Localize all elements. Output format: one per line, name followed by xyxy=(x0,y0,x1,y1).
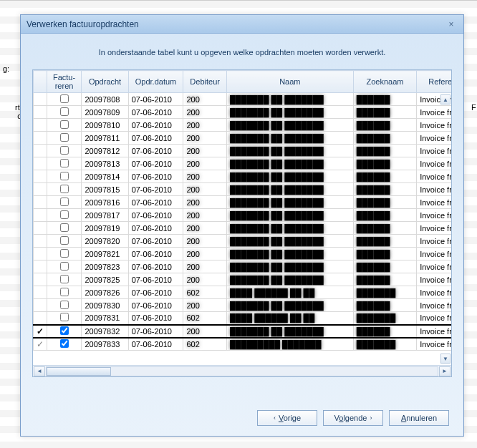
row-mark[interactable] xyxy=(34,260,47,273)
factureren-checkbox[interactable] xyxy=(60,288,69,296)
col-opdracht[interactable]: Opdracht xyxy=(82,71,128,93)
table-row[interactable]: 2009781607-06-2010200███████ ██ ████████… xyxy=(34,196,452,209)
scroll-left-icon[interactable]: ◄ xyxy=(34,366,45,376)
factureren-cell[interactable] xyxy=(47,299,82,312)
row-mark[interactable] xyxy=(34,248,47,260)
table-row[interactable]: 2009782107-06-2010200███████ ██ ████████… xyxy=(34,248,452,260)
factureren-cell[interactable] xyxy=(47,209,82,222)
row-mark[interactable] xyxy=(34,145,47,157)
horizontal-scrollbar[interactable]: ◄ ► xyxy=(33,365,451,376)
factureren-cell[interactable] xyxy=(47,286,82,299)
factureren-checkbox[interactable] xyxy=(60,159,69,167)
row-mark[interactable] xyxy=(34,312,47,325)
col-mark[interactable] xyxy=(34,71,47,93)
row-mark[interactable] xyxy=(34,235,47,248)
factureren-checkbox[interactable] xyxy=(60,120,69,129)
table-row[interactable]: 2009782607-06-2010602████ ██████ ██ ████… xyxy=(34,286,452,299)
row-mark[interactable] xyxy=(34,209,47,222)
factureren-checkbox[interactable] xyxy=(60,223,69,232)
factureren-checkbox[interactable] xyxy=(60,107,69,116)
factureren-checkbox[interactable] xyxy=(60,210,69,219)
factureren-checkbox[interactable] xyxy=(60,236,69,245)
table-row[interactable]: 2009780807-06-2010200███████ ██ ████████… xyxy=(34,93,452,106)
factureren-cell[interactable] xyxy=(47,157,82,170)
factureren-cell[interactable] xyxy=(47,93,82,106)
table-row[interactable]: 2009783307-06-2010602█████████ █████████… xyxy=(34,338,452,351)
row-mark[interactable] xyxy=(34,338,47,351)
factureren-checkbox[interactable] xyxy=(60,326,69,335)
table-row[interactable]: 2009781307-06-2010200███████ ██ ████████… xyxy=(34,157,452,170)
table-row[interactable]: 2009781707-06-2010200███████ ██ ████████… xyxy=(34,209,452,222)
factureren-cell[interactable] xyxy=(47,260,82,273)
factureren-cell[interactable] xyxy=(47,248,82,260)
scroll-right-icon[interactable]: ► xyxy=(439,366,450,376)
table-row[interactable]: 2009780907-06-2010200███████ ██ ████████… xyxy=(34,106,452,119)
factureren-checkbox[interactable] xyxy=(60,172,69,180)
row-mark[interactable] xyxy=(34,106,47,119)
cancel-button[interactable]: Annuleren xyxy=(389,410,449,426)
factureren-checkbox[interactable] xyxy=(60,313,69,321)
col-debiteur[interactable]: Debiteur xyxy=(183,71,227,93)
factureren-cell[interactable] xyxy=(47,196,82,209)
table-row[interactable]: 2009783007-06-2010200███████ ██ ████████… xyxy=(34,299,452,312)
factureren-checkbox[interactable] xyxy=(60,198,69,206)
col-factureren[interactable]: Factu- reren xyxy=(47,71,82,93)
factureren-checkbox[interactable] xyxy=(60,185,69,193)
factureren-checkbox[interactable] xyxy=(60,146,69,155)
row-mark[interactable] xyxy=(34,222,47,235)
row-mark[interactable] xyxy=(34,299,47,312)
vertical-scrollbar[interactable]: ▲ ▼ xyxy=(440,94,450,364)
row-mark[interactable] xyxy=(34,286,47,299)
row-mark[interactable] xyxy=(34,93,47,106)
factureren-cell[interactable] xyxy=(47,222,82,235)
scroll-down-icon[interactable]: ▼ xyxy=(440,354,450,364)
factureren-cell[interactable] xyxy=(47,119,82,132)
prev-button[interactable]: ‹ Vorige xyxy=(257,410,317,426)
col-referentie[interactable]: Referentie xyxy=(417,71,451,93)
col-zoeknaam[interactable]: Zoeknaam xyxy=(353,71,416,93)
titlebar[interactable]: Verwerken factuuropdrachten × xyxy=(21,15,463,34)
scroll-track[interactable] xyxy=(46,366,438,376)
factureren-cell[interactable] xyxy=(47,273,82,286)
table-row[interactable]: 2009782307-06-2010200███████ ██ ████████… xyxy=(34,260,452,273)
scroll-up-icon[interactable]: ▲ xyxy=(440,94,450,104)
next-button[interactable]: Volgende › xyxy=(323,410,383,426)
row-mark[interactable] xyxy=(34,132,47,145)
col-naam[interactable]: Naam xyxy=(226,71,353,93)
table-row[interactable]: 2009781007-06-2010200███████ ██ ████████… xyxy=(34,119,452,132)
table-row[interactable]: 2009782007-06-2010200███████ ██ ████████… xyxy=(34,235,452,248)
grid-scroll-area[interactable]: Factu- reren Opdracht Opdr.datum Debiteu… xyxy=(33,70,451,365)
scroll-thumb[interactable] xyxy=(47,367,111,376)
row-mark[interactable] xyxy=(34,157,47,170)
factureren-cell[interactable] xyxy=(47,235,82,248)
col-opdr-datum[interactable]: Opdr.datum xyxy=(128,71,183,93)
factureren-checkbox[interactable] xyxy=(60,275,69,283)
row-mark[interactable] xyxy=(34,183,47,196)
factureren-cell[interactable] xyxy=(47,312,82,325)
factureren-cell[interactable] xyxy=(47,325,82,338)
table-row[interactable]: 2009783207-06-2010200███████ ██ ████████… xyxy=(34,325,452,338)
factureren-checkbox[interactable] xyxy=(60,301,69,309)
factureren-cell[interactable] xyxy=(47,338,82,351)
factureren-checkbox[interactable] xyxy=(60,133,69,142)
factureren-checkbox[interactable] xyxy=(60,262,69,271)
row-mark[interactable] xyxy=(34,273,47,286)
row-mark[interactable] xyxy=(34,119,47,132)
factureren-cell[interactable] xyxy=(47,106,82,119)
factureren-cell[interactable] xyxy=(47,132,82,145)
factureren-checkbox[interactable] xyxy=(60,94,69,103)
table-row[interactable]: 2009781107-06-2010200███████ ██ ████████… xyxy=(34,132,452,145)
close-icon[interactable]: × xyxy=(445,18,458,31)
factureren-cell[interactable] xyxy=(47,145,82,157)
row-mark[interactable] xyxy=(34,325,47,338)
factureren-cell[interactable] xyxy=(47,183,82,196)
table-row[interactable]: 2009781207-06-2010200███████ ██ ████████… xyxy=(34,145,452,157)
table-row[interactable]: 2009783107-06-2010602████ ██████ ██ ████… xyxy=(34,312,452,325)
row-mark[interactable] xyxy=(34,170,47,183)
row-mark[interactable] xyxy=(34,196,47,209)
factureren-cell[interactable] xyxy=(47,170,82,183)
table-row[interactable]: 2009782507-06-2010200███████ ██ ████████… xyxy=(34,273,452,286)
table-row[interactable]: 2009781907-06-2010200███████ ██ ████████… xyxy=(34,222,452,235)
table-row[interactable]: 2009781407-06-2010200███████ ██ ████████… xyxy=(34,170,452,183)
factureren-checkbox[interactable] xyxy=(60,249,69,258)
